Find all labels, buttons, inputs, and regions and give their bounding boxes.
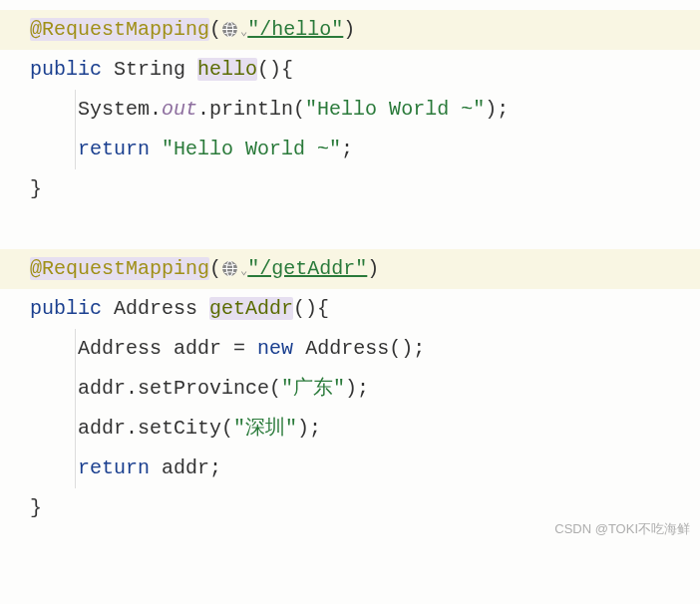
method-name: hello <box>197 58 257 81</box>
globe-icon <box>221 21 238 38</box>
code-line: addr.setProvince("广东"); <box>0 369 700 409</box>
code-line: public String hello(){ <box>0 50 700 90</box>
annotation-request-mapping: @RequestMapping <box>30 257 209 280</box>
code-line: return addr; <box>0 449 700 488</box>
globe-icon <box>221 260 238 277</box>
code-block: @RequestMapping(⌄"/hello") public String… <box>0 0 700 548</box>
method-name: getAddr <box>209 297 293 320</box>
string-literal: "Hello World ~" <box>305 98 485 121</box>
code-line: System.out.println("Hello World ~"); <box>0 90 700 130</box>
annotation-request-mapping: @RequestMapping <box>30 18 209 41</box>
watermark: CSDN @TOKI不吃海鲜 <box>554 516 690 542</box>
keyword-public: public <box>30 58 102 81</box>
code-line: @RequestMapping(⌄"/hello") <box>0 10 700 50</box>
string-literal: "Hello World ~" <box>162 138 341 160</box>
code-line: public Address getAddr(){ <box>0 289 700 329</box>
url-string: "/hello" <box>247 18 343 41</box>
string-literal: "深圳" <box>233 417 297 440</box>
blank-line <box>0 209 700 249</box>
code-line: return "Hello World ~"; <box>0 130 700 169</box>
string-literal: "广东" <box>281 377 345 400</box>
keyword-public: public <box>30 297 102 320</box>
keyword-return: return <box>78 456 150 479</box>
code-line: addr.setCity("深圳"); <box>0 409 700 449</box>
static-field-out: out <box>162 98 197 121</box>
code-line: Address addr = new Address(); <box>0 329 700 369</box>
url-string: "/getAddr" <box>247 257 367 280</box>
code-line: @RequestMapping(⌄"/getAddr") <box>0 249 700 289</box>
keyword-return: return <box>78 138 150 160</box>
keyword-new: new <box>257 337 293 360</box>
code-line: } <box>0 169 700 209</box>
